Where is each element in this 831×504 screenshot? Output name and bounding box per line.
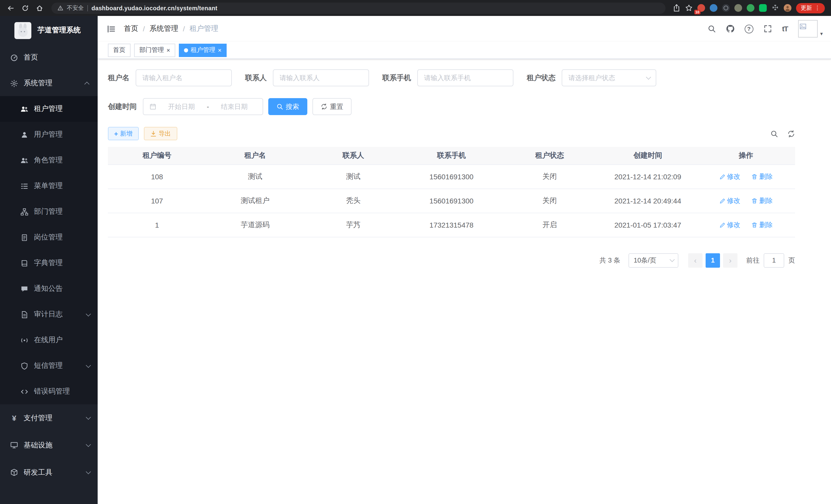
github-icon[interactable] — [726, 25, 735, 33]
goto-page-input[interactable] — [764, 253, 784, 267]
extension-icon-4[interactable] — [735, 4, 742, 12]
tab-tenant-management[interactable]: 租户管理 × — [179, 43, 227, 57]
sidebar-item-system-management[interactable]: 系统管理 — [0, 70, 98, 96]
page-size-select[interactable]: 10条/页 — [629, 253, 678, 267]
filter-row-1: 租户名 联系人 联系手机 租户状态 请选择租户状态 — [108, 69, 795, 86]
refresh-table-icon[interactable] — [787, 130, 795, 138]
user-avatar[interactable]: ▾ — [798, 20, 823, 37]
sidebar-item-home[interactable]: 首页 — [0, 45, 98, 70]
sidebar: 芋道管理系统 首页 系统管理 租户管理 用户管理 — [0, 16, 98, 504]
app-title: 芋道管理系统 — [37, 26, 81, 35]
breadcrumb-separator: / — [143, 25, 145, 33]
help-icon[interactable]: ? — [745, 24, 753, 33]
search-toggle-icon[interactable] — [770, 130, 778, 138]
sidebar-item-dept-management[interactable]: 部门管理 — [0, 199, 98, 225]
app-logo[interactable]: 芋道管理系统 — [0, 16, 98, 45]
cell-created: 2021-12-14 20:49:44 — [599, 188, 697, 213]
page-number-1[interactable]: 1 — [706, 253, 720, 267]
delete-button[interactable]: 删除 — [752, 172, 773, 181]
delete-button[interactable]: 删除 — [752, 196, 773, 205]
extension-icon-3[interactable] — [722, 4, 730, 12]
edit-button[interactable]: 修改 — [719, 220, 740, 229]
sidebar-item-post-management[interactable]: 岗位管理 — [0, 225, 98, 250]
sidebar-item-dict-management[interactable]: 字典管理 — [0, 250, 98, 276]
sidebar-item-label: 基础设施 — [24, 441, 52, 450]
tab-home[interactable]: 首页 — [108, 43, 131, 57]
profile-avatar-icon[interactable] — [784, 4, 792, 12]
sidebar-item-menu-management[interactable]: 菜单管理 — [0, 173, 98, 199]
extensions-puzzle-icon[interactable] — [771, 4, 779, 12]
phone-input[interactable] — [417, 69, 513, 86]
cell-contact: 芋艿 — [304, 213, 402, 237]
date-range-picker[interactable]: 开始日期 - 结束日期 — [143, 98, 263, 115]
extension-icon-6[interactable] — [759, 4, 767, 12]
broken-image-icon — [800, 23, 806, 30]
next-page-button[interactable]: › — [723, 253, 738, 267]
sidebar-item-notice-announcement[interactable]: 通知公告 — [0, 276, 98, 302]
bookmark-star-icon[interactable] — [685, 4, 693, 12]
chrome-update-button[interactable]: 更新 ⋮ — [796, 3, 825, 13]
sidebar-item-online-users[interactable]: 在线用户 — [0, 327, 98, 353]
cell-operations: 修改 删除 — [697, 213, 795, 237]
update-label: 更新 — [801, 4, 812, 12]
field-label: 创建时间 — [108, 102, 137, 111]
close-icon[interactable]: × — [167, 47, 170, 53]
address-bar[interactable]: 不安全 dashboard.yudao.iocoder.cn/system/te… — [51, 2, 665, 13]
delete-button[interactable]: 删除 — [752, 220, 773, 229]
extension-icon-1[interactable]: 10 — [697, 4, 705, 12]
reset-button[interactable]: 重置 — [312, 98, 351, 115]
cell-phone: 15601691300 — [402, 188, 500, 213]
browser-reload-button[interactable] — [19, 2, 32, 14]
sidebar-item-payment-management[interactable]: ¥ 支付管理 — [0, 404, 98, 432]
prev-page-button[interactable]: ‹ — [688, 253, 703, 267]
share-icon[interactable] — [673, 4, 681, 12]
select-placeholder: 请选择租户状态 — [568, 73, 615, 83]
sidebar-item-audit-log[interactable]: 审计日志 — [0, 302, 98, 327]
start-date-placeholder: 开始日期 — [159, 102, 204, 111]
status-select[interactable]: 请选择租户状态 — [562, 69, 656, 86]
font-size-icon[interactable]: tT — [782, 25, 788, 33]
sidebar-item-label: 研发工具 — [24, 468, 52, 477]
sidebar-item-tenant-management[interactable]: 租户管理 — [0, 96, 98, 122]
sidebar-item-error-code-management[interactable]: 错误码管理 — [0, 379, 98, 404]
export-button[interactable]: 导出 — [144, 127, 177, 140]
extension-icon-2[interactable] — [710, 4, 717, 12]
extension-icon-5[interactable] — [747, 4, 754, 12]
sidebar-item-user-management[interactable]: 用户管理 — [0, 122, 98, 147]
chevron-down-icon — [86, 442, 91, 447]
page-url: dashboard.yudao.iocoder.cn/system/tenant — [91, 5, 218, 11]
cell-created: 2021-12-14 21:02:09 — [599, 165, 697, 188]
tenant-name-input[interactable] — [136, 69, 232, 86]
button-label: 新增 — [120, 129, 132, 138]
edit-button[interactable]: 修改 — [719, 172, 740, 181]
field-label: 联系人 — [245, 73, 267, 83]
dashboard-icon — [10, 54, 18, 61]
tab-dept-management[interactable]: 部门管理 × — [134, 43, 175, 57]
browser-back-button[interactable] — [4, 2, 18, 14]
chevron-down-icon — [86, 415, 91, 420]
cell-operations: 修改 删除 — [697, 165, 795, 188]
close-icon[interactable]: × — [218, 47, 222, 53]
book-icon — [21, 259, 28, 267]
search-icon[interactable] — [708, 25, 716, 33]
cell-contact: 测试 — [304, 165, 402, 188]
page-content: 租户名 联系人 联系手机 租户状态 请选择租户状态 — [98, 59, 831, 504]
field-label: 联系手机 — [382, 73, 411, 83]
column-header: 操作 — [697, 147, 795, 165]
edit-button[interactable]: 修改 — [719, 196, 740, 205]
filter-status: 租户状态 请选择租户状态 — [527, 69, 656, 86]
contact-input[interactable] — [273, 69, 369, 86]
search-button[interactable]: 搜索 — [268, 98, 307, 115]
sidebar-item-sms-management[interactable]: 短信管理 — [0, 353, 98, 379]
add-button[interactable]: + 新增 — [108, 127, 139, 140]
filter-row-2: 创建时间 开始日期 - 结束日期 搜索 重置 — [108, 98, 795, 115]
breadcrumb-system-management[interactable]: 系统管理 — [149, 24, 178, 33]
sidebar-item-role-management[interactable]: 角色管理 — [0, 147, 98, 173]
sidebar-item-dev-tools[interactable]: 研发工具 — [0, 459, 98, 486]
sidebar-item-infrastructure[interactable]: 基础设施 — [0, 432, 98, 459]
sidebar-toggle-button[interactable] — [107, 24, 116, 33]
breadcrumb-home[interactable]: 首页 — [124, 24, 138, 33]
browser-home-button[interactable] — [33, 2, 46, 14]
breadcrumb: 首页 / 系统管理 / 租户管理 — [124, 24, 219, 33]
fullscreen-icon[interactable] — [764, 25, 772, 33]
